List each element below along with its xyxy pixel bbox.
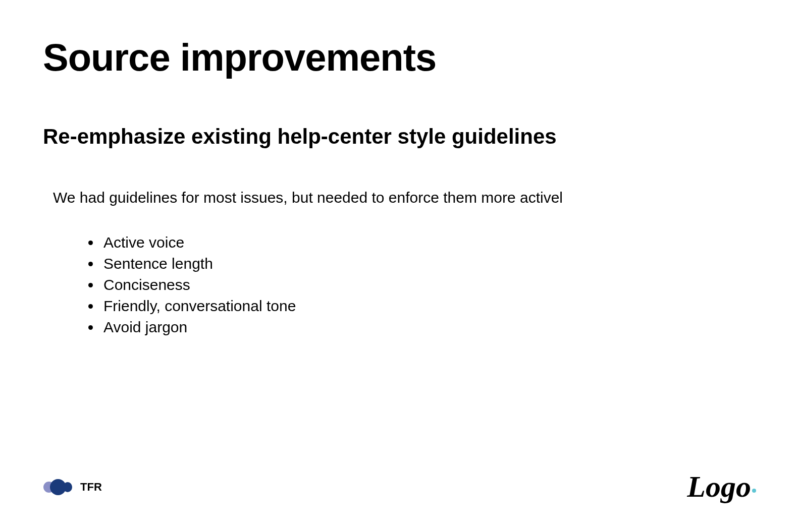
list-item: Avoid jargon	[101, 319, 756, 336]
footer-right: Logo	[687, 469, 756, 504]
intro-paragraph: We had guidelines for most issues, but n…	[53, 189, 756, 206]
bullet-list: Active voice Sentence length Conciseness…	[101, 234, 756, 336]
svg-point-2	[63, 482, 72, 492]
list-item: Active voice	[101, 234, 756, 251]
slide-footer: TFR Logo	[43, 469, 756, 504]
slide-container: Source improvements Re-emphasize existin…	[0, 0, 799, 532]
list-item: Conciseness	[101, 276, 756, 293]
tfr-label: TFR	[80, 481, 102, 494]
slide-subtitle: Re-emphasize existing help-center style …	[43, 125, 756, 149]
tfr-logo-icon	[43, 479, 74, 496]
logo-dot-icon	[752, 489, 756, 493]
slide-title: Source improvements	[43, 35, 756, 79]
list-item: Sentence length	[101, 255, 756, 272]
logo-script-text: Logo	[687, 469, 756, 504]
list-item: Friendly, conversational tone	[101, 298, 756, 315]
footer-left: TFR	[43, 479, 102, 496]
